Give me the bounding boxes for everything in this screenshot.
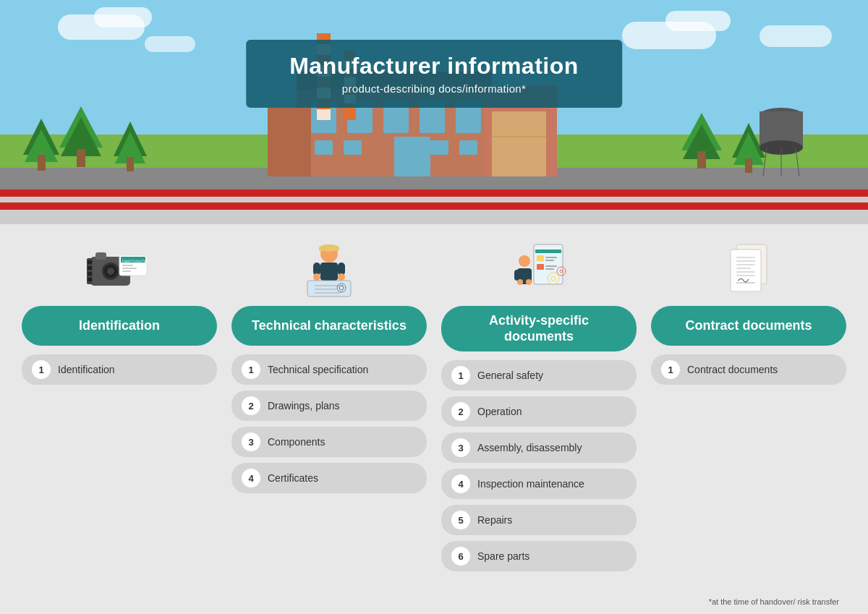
- svg-rect-91: [526, 270, 532, 281]
- svg-rect-27: [315, 140, 333, 155]
- svg-rect-78: [537, 255, 544, 261]
- svg-rect-26: [394, 137, 430, 176]
- svg-point-92: [517, 279, 523, 285]
- svg-rect-79: [545, 257, 557, 258]
- svg-rect-98: [736, 264, 755, 265]
- list-technical: 1Technical specification2Drawings, plans…: [231, 354, 427, 493]
- svg-rect-2: [38, 155, 46, 171]
- svg-rect-60: [88, 272, 92, 276]
- svg-rect-77: [535, 250, 561, 253]
- svg-rect-30: [459, 140, 477, 155]
- svg-point-50: [107, 268, 114, 275]
- column-activity: Activity-specific documents1General safe…: [441, 239, 637, 594]
- column-contract: Contract documents1Contract documents: [651, 239, 846, 594]
- svg-rect-99: [736, 268, 751, 269]
- list-item: 4Inspection maintenance: [441, 469, 637, 499]
- item-label: Technical specification: [268, 364, 368, 375]
- main-subtitle: product-describing docs/information*: [289, 82, 579, 95]
- item-label: Assembly, disassembly: [477, 442, 582, 453]
- item-number: 2: [451, 402, 470, 421]
- item-label: Drawings, plans: [268, 400, 340, 412]
- item-label: Inspection maintenance: [477, 478, 584, 490]
- road-stripe-red-2: [0, 202, 868, 210]
- cat-header-technical: Technical characteristics: [231, 306, 427, 346]
- svg-rect-61: [88, 278, 92, 281]
- svg-rect-82: [545, 265, 557, 267]
- engineer-icon: [300, 239, 358, 300]
- tree-left-3: [112, 119, 148, 179]
- item-label: Operation: [477, 406, 522, 417]
- cloud-5: [145, 36, 195, 52]
- list-item: 1Technical specification: [231, 354, 427, 385]
- cloud-2: [94, 7, 152, 27]
- list-item: 1Identification: [22, 354, 217, 385]
- cloud-6: [760, 25, 832, 47]
- svg-text:Digital Product Pass: Digital Product Pass: [122, 259, 148, 263]
- svg-rect-8: [127, 157, 134, 171]
- item-number: 1: [32, 360, 51, 379]
- cat-header-activity: Activity-specific documents: [441, 306, 637, 351]
- svg-rect-65: [320, 263, 338, 281]
- item-number: 3: [451, 438, 470, 457]
- checklist-icon: [509, 239, 570, 300]
- svg-rect-101: [736, 275, 755, 276]
- item-number: 3: [242, 432, 260, 451]
- item-label: Repairs: [477, 514, 512, 526]
- svg-rect-16: [268, 108, 311, 176]
- item-label: Spare parts: [477, 550, 529, 562]
- illustration-section: Manufacturer information product-describ…: [0, 0, 868, 224]
- svg-rect-55: [122, 268, 137, 269]
- list-item: 1General safety: [441, 360, 637, 391]
- svg-rect-97: [736, 260, 755, 262]
- item-number: 6: [451, 547, 470, 566]
- svg-rect-70: [307, 281, 351, 297]
- contract-icon: [723, 239, 774, 300]
- svg-rect-54: [122, 265, 133, 266]
- title-box: Manufacturer information product-describ…: [246, 40, 622, 108]
- item-label: Components: [268, 436, 325, 448]
- svg-rect-14: [745, 158, 752, 173]
- svg-point-93: [526, 279, 532, 285]
- cat-header-contract: Contract documents: [651, 306, 846, 346]
- item-label: Certificates: [268, 472, 318, 484]
- svg-rect-96: [736, 257, 755, 258]
- svg-point-68: [313, 273, 320, 281]
- item-number: 4: [242, 469, 260, 487]
- list-item: 1Contract documents: [651, 354, 846, 385]
- item-number: 5: [451, 511, 470, 529]
- svg-rect-35: [317, 109, 331, 120]
- svg-rect-80: [545, 260, 554, 261]
- svg-rect-83: [545, 268, 554, 270]
- svg-rect-100: [736, 271, 755, 273]
- content-section: Digital Product Pass Identification1Iden…: [0, 224, 868, 614]
- item-number: 4: [451, 474, 470, 493]
- svg-rect-47: [95, 252, 106, 260]
- list-item: 6Spare parts: [441, 541, 637, 571]
- list-activity: 1General safety2Operation3Assembly, disa…: [441, 360, 637, 571]
- list-item: 3Assembly, disassembly: [441, 432, 637, 463]
- svg-rect-90: [514, 270, 520, 281]
- list-item: 5Repairs: [441, 505, 637, 535]
- list-identification: 1Identification: [22, 354, 217, 385]
- cat-header-identification: Identification: [22, 306, 217, 346]
- list-item: 3Components: [231, 427, 427, 457]
- item-label: Identification: [58, 364, 115, 375]
- svg-rect-64: [319, 247, 339, 251]
- svg-rect-24: [492, 111, 546, 176]
- item-number: 1: [242, 360, 260, 379]
- item-number: 1: [661, 360, 680, 379]
- id-icon: Digital Product Pass: [87, 239, 152, 300]
- road-stripe-red-1: [0, 189, 868, 197]
- footnote: *at the time of handover/ risk transfer: [22, 594, 846, 607]
- svg-rect-5: [77, 149, 85, 167]
- list-item: 2Operation: [441, 396, 637, 427]
- svg-rect-81: [537, 264, 544, 270]
- column-identification: Digital Product Pass Identification1Iden…: [22, 239, 217, 594]
- columns-container: Digital Product Pass Identification1Iden…: [22, 239, 846, 594]
- svg-point-69: [338, 273, 345, 281]
- svg-rect-28: [344, 140, 362, 155]
- item-label: Contract documents: [687, 364, 778, 375]
- item-number: 1: [451, 366, 470, 385]
- list-contract: 1Contract documents: [651, 354, 846, 385]
- svg-point-88: [519, 255, 530, 267]
